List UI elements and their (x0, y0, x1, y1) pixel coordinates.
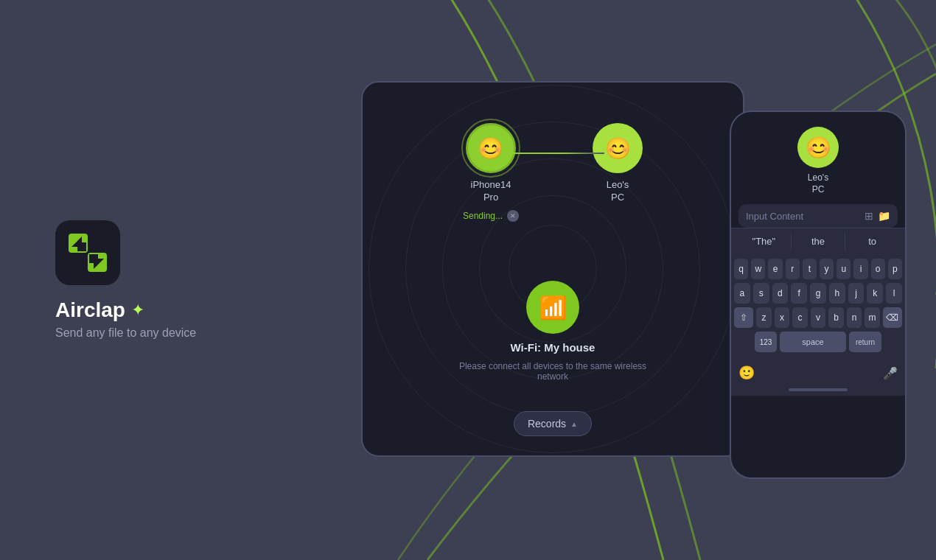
key-x[interactable]: x (775, 307, 790, 328)
phone-input-area[interactable]: Input Content ⊞ 📁 (738, 204, 898, 228)
cancel-sending-button[interactable]: ✕ (507, 210, 519, 222)
keyboard-row-1: q w e r t y u i o p (734, 259, 902, 279)
connection-line (501, 153, 604, 154)
wifi-icon: 📶 (539, 295, 567, 321)
tablet-mockup: 😊 iPhone14 Pro Sending... ✕ 😊 Leo's PC (361, 81, 744, 457)
app-subtitle: Send any file to any device (55, 326, 196, 340)
keyboard-row-2: a s d f g h j k l (734, 283, 902, 304)
home-indicator (789, 388, 848, 391)
folder-icon[interactable]: 📁 (878, 210, 890, 222)
autocomplete-the[interactable]: the (792, 233, 846, 250)
key-u[interactable]: u (837, 259, 851, 279)
phone-screen: 😊 Leo's PC Input Content ⊞ 📁 "The" the t… (731, 112, 905, 477)
phone-input-icons: ⊞ 📁 (865, 210, 890, 222)
autocomplete-to[interactable]: to (845, 233, 899, 250)
app-icon (55, 220, 120, 285)
records-button[interactable]: Records ▲ (514, 411, 592, 436)
phone-leos-pc: 😊 Leo's PC (797, 127, 839, 195)
key-a[interactable]: a (734, 283, 750, 304)
key-v[interactable]: v (811, 307, 826, 328)
key-return[interactable]: return (849, 332, 881, 352)
phone-top-area: 😊 Leo's PC (731, 112, 905, 204)
key-s[interactable]: s (753, 283, 769, 304)
iphone14-avatar: 😊 (466, 123, 516, 173)
key-l[interactable]: l (886, 283, 902, 304)
devices-area: 😊 iPhone14 Pro Sending... ✕ 😊 Leo's PC (363, 123, 743, 222)
key-m[interactable]: m (865, 307, 880, 328)
wifi-name: Wi-Fi: My house (511, 341, 596, 354)
key-f[interactable]: f (791, 283, 807, 304)
key-b[interactable]: b (828, 307, 844, 328)
key-d[interactable]: d (772, 283, 789, 304)
phone-avatar: 😊 (797, 127, 839, 168)
key-y[interactable]: y (820, 259, 834, 279)
key-w[interactable]: w (751, 259, 765, 279)
key-p[interactable]: p (888, 259, 902, 279)
key-h[interactable]: h (829, 283, 845, 304)
key-j[interactable]: j (848, 283, 865, 304)
device-leos-pc: 😊 Leo's PC (593, 123, 643, 222)
key-r[interactable]: r (786, 259, 800, 279)
sending-text: Sending... (463, 211, 503, 221)
avatar-ring (461, 119, 520, 178)
keyboard: q w e r t y u i o p a s d f g h j k (731, 254, 905, 360)
device-iphone14: 😊 iPhone14 Pro Sending... ✕ (463, 123, 519, 222)
emoji-button[interactable]: 🙂 (738, 365, 755, 381)
phone-input-placeholder: Input Content (746, 211, 860, 222)
image-icon[interactable]: ⊞ (865, 210, 873, 222)
key-space[interactable]: space (780, 332, 846, 352)
key-delete[interactable]: ⌫ (883, 307, 902, 328)
mic-button[interactable]: 🎤 (883, 366, 898, 380)
key-numbers[interactable]: 123 (755, 332, 777, 352)
phone-home-indicator-wrap (731, 388, 905, 396)
leos-pc-name: Leo's PC (607, 179, 629, 204)
key-z[interactable]: z (756, 307, 772, 328)
phone-mockup: 😊 Leo's PC Input Content ⊞ 📁 "The" the t… (730, 111, 907, 479)
wifi-circle: 📶 (526, 281, 579, 334)
autocomplete-the-quoted[interactable]: "The" (737, 233, 792, 250)
key-o[interactable]: o (871, 259, 885, 279)
phone-emoji: 😊 (806, 136, 831, 160)
wifi-section: 📶 Wi-Fi: My house Please connect all dev… (458, 281, 648, 382)
autocomplete-bar: "The" the to (731, 228, 905, 254)
leos-pc-emoji: 😊 (605, 136, 631, 161)
key-q[interactable]: q (734, 259, 748, 279)
sending-status-row: Sending... ✕ (463, 210, 519, 222)
leos-pc-avatar: 😊 (593, 123, 643, 173)
phone-bottom-bar: 🙂 🎤 (731, 360, 905, 388)
app-info-section: Airclap ✦ Send any file to any device (55, 220, 196, 340)
key-k[interactable]: k (867, 283, 883, 304)
key-shift[interactable]: ⇧ (734, 307, 753, 328)
key-g[interactable]: g (810, 283, 826, 304)
key-i[interactable]: i (853, 259, 867, 279)
keyboard-row-4: 123 space return (734, 332, 902, 352)
iphone14-name: iPhone14 Pro (471, 179, 511, 204)
app-name: Airclap (55, 298, 125, 322)
wifi-description: Please connect all devices to the same w… (458, 361, 648, 382)
key-c[interactable]: c (792, 307, 808, 328)
chevron-up-icon: ▲ (570, 420, 578, 428)
sparkle-icon: ✦ (131, 301, 144, 320)
key-e[interactable]: e (768, 259, 782, 279)
key-n[interactable]: n (847, 307, 862, 328)
key-t[interactable]: t (803, 259, 817, 279)
app-name-row: Airclap ✦ (55, 298, 144, 322)
phone-device-name: Leo's PC (808, 172, 828, 195)
keyboard-row-3: ⇧ z x c v b n m ⌫ (734, 307, 902, 328)
